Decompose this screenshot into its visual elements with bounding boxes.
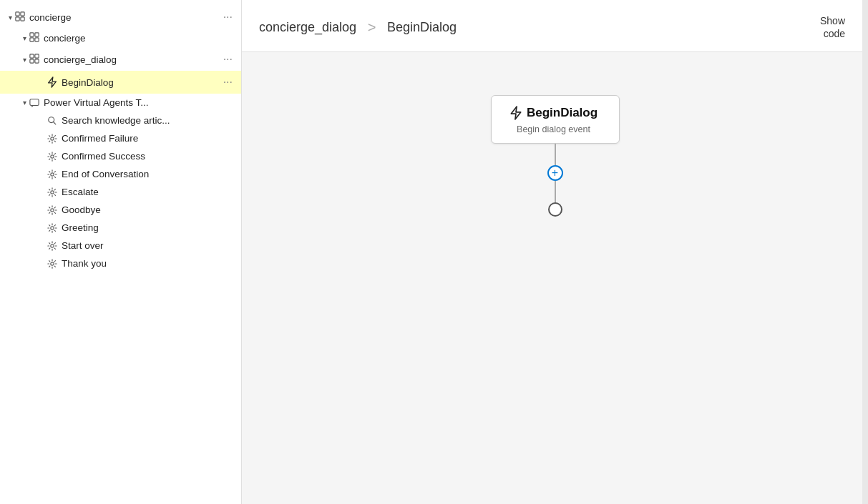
connector-line-bottom — [555, 181, 556, 202]
gear-icon — [47, 169, 57, 179]
node-subtitle: Begin dialog event — [517, 124, 590, 134]
node-title: BeginDialog — [527, 106, 598, 120]
connector: + — [547, 144, 563, 217]
sidebar-item-label: Confirmed Failure — [62, 133, 138, 144]
svg-rect-8 — [30, 54, 34, 57]
sidebar-item-concierge-child[interactable]: ▾ concierge — [0, 29, 241, 48]
gear-icon — [47, 152, 57, 162]
begin-dialog-node: BeginDialog Begin dialog event + — [491, 95, 620, 217]
sidebar-item-start-over[interactable]: Start over — [0, 237, 241, 255]
chevron-icon: ▾ — [23, 34, 26, 42]
svg-rect-11 — [35, 59, 39, 62]
bolt-icon — [47, 76, 57, 88]
chat-icon — [29, 98, 39, 108]
svg-rect-5 — [35, 33, 39, 36]
svg-rect-0 — [16, 11, 19, 15]
sidebar-item-begin-dialog[interactable]: BeginDialog··· — [0, 71, 241, 94]
svg-rect-7 — [35, 38, 39, 41]
sidebar-item-concierge-dialog[interactable]: ▾ concierge_dialog··· — [0, 48, 241, 71]
sidebar-item-label: Confirmed Success — [62, 151, 145, 162]
end-node-circle — [548, 202, 562, 217]
svg-rect-12 — [30, 99, 39, 105]
sidebar-item-label: concierge — [29, 12, 72, 23]
chevron-icon: ▾ — [23, 99, 26, 107]
svg-rect-2 — [16, 16, 19, 20]
sidebar-item-label: BeginDialog — [62, 77, 114, 88]
svg-point-14 — [51, 137, 54, 139]
main-area: concierge_dialog > BeginDialog Show code… — [242, 0, 868, 504]
svg-point-15 — [51, 154, 54, 157]
breadcrumb: concierge_dialog > BeginDialog — [259, 19, 457, 36]
chevron-icon: ▾ — [9, 14, 12, 21]
connector-line-top — [555, 144, 556, 165]
sidebar-item-label: Escalate — [62, 187, 99, 197]
svg-rect-10 — [30, 59, 34, 62]
gear-icon — [47, 241, 57, 251]
sidebar-item-concierge-root[interactable]: ▾ concierge··· — [0, 6, 241, 29]
svg-point-21 — [51, 262, 54, 265]
svg-rect-1 — [21, 11, 24, 15]
svg-point-18 — [51, 208, 54, 211]
breadcrumb-separator: > — [364, 19, 380, 36]
node-box[interactable]: BeginDialog Begin dialog event — [491, 95, 620, 144]
show-code-button[interactable]: Show code — [814, 11, 851, 43]
grid-icon — [15, 11, 25, 24]
gear-icon — [47, 187, 57, 197]
breadcrumb-dialog[interactable]: concierge_dialog — [259, 20, 356, 35]
sidebar-item-confirmed-success[interactable]: Confirmed Success — [0, 147, 241, 165]
more-options-button[interactable]: ··· — [220, 9, 235, 25]
gear-icon — [47, 259, 57, 269]
grid-icon — [29, 54, 39, 66]
sidebar-item-label: Start over — [62, 240, 104, 251]
sidebar-item-label: Thank you — [62, 258, 107, 269]
sidebar-item-label: Greeting — [62, 222, 99, 233]
search-icon — [47, 116, 57, 126]
node-title-row: BeginDialog — [509, 106, 598, 120]
sidebar-item-label: Search knowledge artic... — [62, 115, 170, 126]
gear-icon — [47, 223, 57, 233]
canvas-area: BeginDialog Begin dialog event + — [242, 52, 868, 504]
sidebar-item-label: concierge — [44, 33, 86, 44]
sidebar-item-label: Goodbye — [62, 204, 101, 215]
sidebar: ▾ concierge···▾ concierge▾ concierge_d — [0, 0, 242, 504]
sidebar-item-end-of-conversation[interactable]: End of Conversation — [0, 165, 241, 183]
bolt-icon — [509, 106, 522, 120]
svg-point-17 — [51, 190, 54, 193]
svg-rect-9 — [35, 54, 39, 57]
sidebar-item-confirmed-failure[interactable]: Confirmed Failure — [0, 129, 241, 147]
sidebar-item-thank-you[interactable]: Thank you — [0, 255, 241, 272]
sidebar-item-search-knowledge[interactable]: Search knowledge artic... — [0, 112, 241, 129]
sidebar-item-greeting[interactable]: Greeting — [0, 219, 241, 237]
more-options-button[interactable]: ··· — [220, 51, 235, 67]
scrollbar-thumb[interactable] — [862, 114, 868, 157]
sidebar-item-escalate[interactable]: Escalate — [0, 183, 241, 201]
grid-icon — [29, 32, 39, 44]
svg-rect-4 — [30, 33, 34, 36]
main-header: concierge_dialog > BeginDialog Show code — [242, 0, 868, 52]
svg-point-20 — [51, 244, 54, 247]
chevron-icon: ▾ — [23, 56, 26, 64]
sidebar-item-label: concierge_dialog — [44, 54, 117, 65]
gear-icon — [47, 134, 57, 144]
more-options-button[interactable]: ··· — [220, 74, 235, 90]
gear-icon — [47, 205, 57, 215]
sidebar-item-label: End of Conversation — [62, 169, 149, 179]
svg-point-19 — [51, 226, 54, 229]
breadcrumb-node: BeginDialog — [387, 20, 457, 35]
svg-point-16 — [51, 172, 54, 175]
add-step-button[interactable]: + — [547, 165, 563, 181]
svg-rect-6 — [30, 38, 34, 41]
sidebar-item-pva-t[interactable]: ▾ Power Virtual Agents T... — [0, 94, 241, 112]
svg-rect-3 — [21, 16, 24, 20]
sidebar-item-goodbye[interactable]: Goodbye — [0, 201, 241, 219]
sidebar-item-label: Power Virtual Agents T... — [44, 97, 149, 108]
